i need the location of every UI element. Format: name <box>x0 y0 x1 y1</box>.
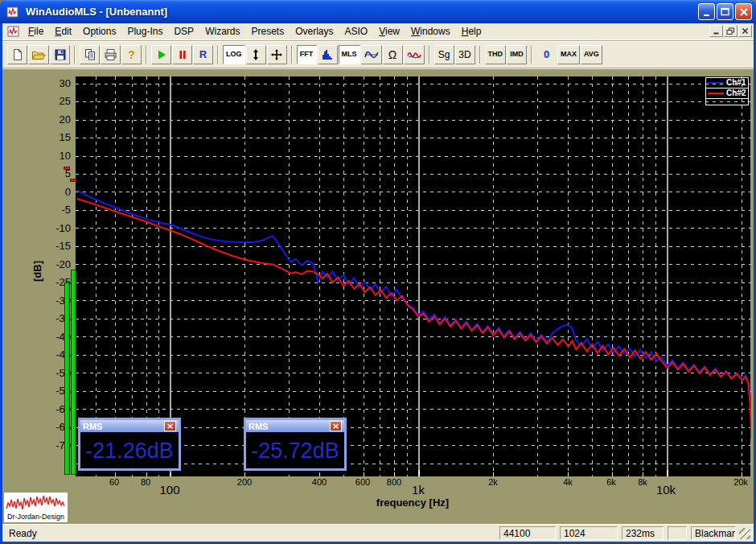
spectrum-button[interactable] <box>318 45 338 64</box>
copy-button[interactable] <box>80 45 100 64</box>
print-button[interactable] <box>101 45 121 64</box>
toolbar-separator <box>217 46 219 64</box>
imd-button[interactable]: IMD <box>507 45 527 64</box>
spectrum-plot: Ch#1Ch#2 <box>75 76 750 476</box>
log-scale-label: LOG <box>226 51 242 58</box>
mdi-minimize-icon <box>713 27 721 35</box>
mdi-buttons <box>709 25 752 37</box>
y-tick-label: 30 <box>32 77 71 90</box>
client-area: [dB] Ch#1Ch#2 frequency [Hz] RMS -21.26d… <box>2 69 754 524</box>
impedance-button[interactable]: Ω <box>383 45 403 64</box>
y-tick-label: -5 <box>32 204 71 216</box>
menu-item-asio[interactable]: ASIO <box>339 24 374 39</box>
window-body: FileEditOptionsPlug-InsDSPWizardsPresets… <box>2 23 754 542</box>
rms-window-2[interactable]: RMS -25.72dB <box>244 418 347 471</box>
menu-items: FileEditOptionsPlug-InsDSPWizardsPresets… <box>23 24 487 39</box>
x-tick-label-major: 10k <box>646 483 686 497</box>
mdi-close-icon <box>742 27 749 35</box>
mdi-restore-button[interactable] <box>724 25 738 37</box>
record-button[interactable]: R <box>193 45 213 64</box>
mdi-close-button[interactable] <box>738 25 752 37</box>
status-field-2: 232ms <box>622 526 664 540</box>
mls-button[interactable]: MLS <box>339 45 360 64</box>
x-tick-label: 600 <box>347 477 379 487</box>
3d-button[interactable]: 3D <box>455 45 475 64</box>
impedance-label: Ω <box>388 49 396 60</box>
sine-icon <box>364 48 379 61</box>
minimize-button[interactable] <box>698 3 715 20</box>
menu-item-wizards[interactable]: Wizards <box>199 24 245 39</box>
y-tick-label: -20 <box>32 258 71 271</box>
x-tick-label: 20k <box>725 477 754 487</box>
menu-item-plug-ins[interactable]: Plug-Ins <box>121 24 168 39</box>
spectrum-icon <box>321 48 334 61</box>
menu-item-options[interactable]: Options <box>77 24 121 39</box>
avg-label: AVG <box>584 51 599 58</box>
save-icon <box>54 48 67 61</box>
sweep-button[interactable] <box>404 45 425 64</box>
rms-window-2-close-button[interactable] <box>330 421 342 431</box>
rms-window-1-titlebar[interactable]: RMS <box>80 420 179 432</box>
mdi-minimize-button[interactable] <box>709 25 723 37</box>
menu-item-edit[interactable]: Edit <box>49 24 77 39</box>
sg-button[interactable]: Sg <box>434 45 454 64</box>
help-button[interactable]: ? <box>121 45 142 64</box>
x-tick-label-major: 1k <box>398 483 438 497</box>
zero-button[interactable]: 0 <box>536 45 557 64</box>
meter-right-peak-marker <box>70 179 76 182</box>
move-icon <box>270 48 283 61</box>
toolbar-separator <box>74 46 76 64</box>
y-tick-label: 20 <box>32 113 71 126</box>
signal-button[interactable] <box>361 45 382 64</box>
rms-window-2-title: RMS <box>249 422 268 431</box>
open-button[interactable] <box>28 45 49 64</box>
print-icon <box>104 48 117 61</box>
y-tick-label: 15 <box>32 131 71 144</box>
pause-button[interactable] <box>172 45 192 64</box>
rms-window-1-close-button[interactable] <box>164 421 176 431</box>
menu-item-windows[interactable]: Windows <box>405 24 456 39</box>
rms-window-1[interactable]: RMS -21.26dB <box>78 418 181 471</box>
rms-close-icon <box>332 423 339 430</box>
close-button[interactable] <box>735 3 752 20</box>
spectrum-plot-canvas <box>76 76 751 476</box>
thd-label: THD <box>488 51 503 58</box>
y-tick-label: -15 <box>32 240 71 253</box>
pan-button[interactable] <box>267 45 287 64</box>
title-bar[interactable]: WinAudioMLS - [Unbenannt] <box>0 0 756 23</box>
menu-item-overlays[interactable]: Overlays <box>290 24 339 39</box>
maximize-button[interactable] <box>717 3 733 20</box>
thd-button[interactable]: THD <box>485 45 507 64</box>
rms-value-2: -25.72dB <box>246 432 344 470</box>
new-button[interactable] <box>7 45 27 64</box>
status-field-3 <box>668 526 687 540</box>
record-label: R <box>199 49 207 60</box>
status-bar: Ready 441001024232msBlackman <box>2 524 754 542</box>
meter-right-bar <box>71 270 76 475</box>
toolbar-separator <box>479 46 481 64</box>
toolbar-separator <box>291 46 293 64</box>
vertical-zoom-button[interactable] <box>246 45 266 64</box>
status-field-1: 1024 <box>560 526 618 540</box>
log-scale-button[interactable]: LOG <box>223 45 245 64</box>
resize-grip[interactable] <box>739 528 750 539</box>
menu-item-file[interactable]: File <box>23 24 49 39</box>
3d-label: 3D <box>458 50 470 60</box>
menu-item-presets[interactable]: Presets <box>245 24 290 39</box>
menu-item-help[interactable]: Help <box>456 24 487 39</box>
rms-window-2-titlebar[interactable]: RMS <box>246 420 344 432</box>
mdi-restore-icon <box>726 27 735 35</box>
status-field-4: Blackman <box>691 526 736 540</box>
play-button[interactable] <box>151 45 171 64</box>
menu-item-dsp[interactable]: DSP <box>168 24 199 39</box>
toolbar-separator <box>146 46 147 64</box>
help-label: ? <box>128 49 135 60</box>
fft-button[interactable]: FFT <box>297 45 317 64</box>
save-button[interactable] <box>50 45 70 64</box>
avg-button[interactable]: AVG <box>581 45 602 64</box>
fft-label: FFT <box>300 51 314 58</box>
max-button[interactable]: MAX <box>557 45 580 64</box>
x-tick-label: 2k <box>477 477 509 487</box>
app-icon <box>6 6 19 19</box>
menu-item-view[interactable]: View <box>373 24 405 39</box>
